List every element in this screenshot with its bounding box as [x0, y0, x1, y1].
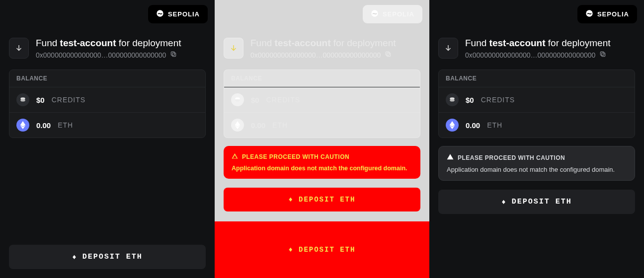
copy-icon[interactable] [599, 51, 606, 60]
credits-value: $0 [251, 96, 259, 104]
eth-glyph-icon: ♦ [501, 198, 506, 206]
eth-value: 0.00 [251, 121, 265, 130]
address-row: 0x000000000000000…000000000000000 [250, 51, 396, 60]
balance-row-credits: $0 CREDITS [224, 87, 420, 113]
credits-icon [16, 93, 29, 106]
credits-unit: CREDITS [266, 96, 300, 104]
deposit-label: DEPOSIT ETH [512, 198, 572, 206]
balance-header: BALANCE [9, 70, 205, 87]
fund-suffix: for deployment [546, 38, 611, 48]
warning-icon [232, 153, 238, 161]
warning-message: Application domain does not match the co… [447, 166, 627, 173]
fund-account: test-account [275, 38, 331, 48]
svg-rect-2 [171, 52, 175, 55]
network-label: SEPOLIA [383, 10, 414, 18]
account-address: 0x000000000000000…000000000000000 [36, 51, 166, 59]
deposit-button[interactable]: ♦ DEPOSIT ETH [438, 190, 635, 214]
deposit-arrow-icon [9, 38, 29, 59]
warning-icon [447, 153, 454, 162]
warning-title: PLEASE PROCEED WITH CAUTION [458, 154, 565, 161]
eth-glyph-icon: ♦ [72, 253, 77, 261]
fund-suffix: for deployment [116, 38, 181, 48]
warning-box: PLEASE PROCEED WITH CAUTION Application … [438, 146, 635, 181]
svg-point-4 [20, 99, 25, 102]
eth-icon [446, 119, 459, 132]
balance-row-eth: 0.00 ETH [439, 113, 635, 138]
network-icon [156, 9, 164, 19]
balance-row-eth: 0.00 ETH [224, 113, 420, 138]
network-badge[interactable]: SEPOLIA [363, 5, 422, 23]
credits-icon [446, 93, 459, 106]
credits-unit: CREDITS [481, 96, 515, 104]
credits-unit: CREDITS [52, 96, 85, 104]
fund-suffix: for deployment [331, 38, 396, 48]
deposit-label: DEPOSIT ETH [299, 246, 355, 254]
deposit-arrow-icon [224, 38, 243, 59]
eth-icon [16, 119, 29, 132]
svg-rect-1 [172, 53, 176, 57]
deposit-label: DEPOSIT ETH [299, 196, 355, 204]
network-badge[interactable]: SEPOLIA [577, 5, 637, 23]
warning-message: Application domain does not match the co… [232, 165, 412, 172]
account-address: 0x000000000000000…000000000000000 [250, 51, 381, 59]
eth-unit: ETH [58, 121, 73, 129]
fund-header: Fund test-account for deployment 0x00000… [438, 38, 635, 60]
deposit-arrow-icon [438, 38, 458, 59]
balance-card: BALANCE $0 CREDITS 0.00 ETH [9, 70, 206, 138]
network-icon [585, 9, 593, 19]
fund-title: Fund test-account for deployment [465, 38, 611, 49]
fund-title: Fund test-account for deployment [250, 38, 396, 49]
eth-value: 0.00 [466, 121, 480, 130]
panel-3: SEPOLIA Fund test-account for deployment… [429, 0, 644, 278]
copy-icon[interactable] [385, 51, 392, 60]
fund-account: test-account [489, 38, 546, 48]
eth-icon [231, 119, 244, 132]
fund-header: Fund test-account for deployment 0x00000… [224, 38, 420, 60]
svg-rect-7 [386, 52, 390, 55]
fund-account: test-account [60, 38, 116, 48]
fund-prefix: Fund [465, 38, 489, 48]
warning-title: PLEASE PROCEED WITH CAUTION [242, 153, 349, 160]
eth-glyph-icon: ♦ [289, 246, 294, 254]
fund-prefix: Fund [250, 38, 275, 48]
warning-box: PLEASE PROCEED WITH CAUTION Application … [224, 146, 420, 179]
balance-row-credits: $0 CREDITS [9, 87, 205, 113]
credits-value: $0 [466, 96, 474, 104]
deposit-label: DEPOSIT ETH [82, 253, 143, 261]
svg-rect-11 [602, 53, 605, 57]
svg-point-9 [235, 99, 240, 102]
panel-2: SEPOLIA Fund test-account for deployment… [215, 0, 429, 278]
balance-header: BALANCE [439, 70, 635, 87]
deposit-button[interactable]: ♦ DEPOSIT ETH [224, 188, 420, 211]
balance-header: BALANCE [224, 70, 420, 87]
svg-rect-6 [387, 53, 391, 57]
address-row: 0x000000000000000…000000000000000 [465, 51, 611, 60]
svg-point-14 [450, 99, 454, 102]
fund-title: Fund test-account for deployment [36, 38, 181, 49]
account-address: 0x000000000000000…000000000000000 [465, 51, 595, 59]
credits-icon [231, 93, 244, 106]
copy-icon[interactable] [170, 51, 177, 60]
deposit-button[interactable]: ♦ DEPOSIT ETH [9, 245, 206, 269]
fund-text: Fund test-account for deployment 0x00000… [36, 38, 181, 60]
balance-card: BALANCE $0 CREDITS 0.00 ETH [438, 70, 635, 138]
eth-unit: ETH [487, 121, 502, 129]
deposit-button-bottom[interactable]: ♦ DEPOSIT ETH [215, 221, 429, 278]
fund-header: Fund test-account for deployment 0x00000… [9, 38, 206, 60]
fund-text: Fund test-account for deployment 0x00000… [250, 38, 396, 60]
balance-row-credits: $0 CREDITS [439, 87, 635, 113]
balance-card: BALANCE $0 CREDITS 0.00 ETH [224, 70, 420, 138]
network-badge[interactable]: SEPOLIA [148, 5, 208, 23]
network-icon [371, 9, 379, 19]
eth-unit: ETH [272, 121, 288, 129]
credits-value: $0 [36, 96, 45, 104]
svg-rect-12 [601, 52, 604, 55]
network-label: SEPOLIA [168, 10, 200, 18]
eth-glyph-icon: ♦ [289, 196, 294, 204]
fund-prefix: Fund [36, 38, 60, 48]
panel-1: SEPOLIA Fund test-account for deployment… [0, 0, 215, 278]
address-row: 0x000000000000000…000000000000000 [36, 51, 181, 60]
network-label: SEPOLIA [597, 10, 629, 18]
warning-header: PLEASE PROCEED WITH CAUTION [232, 153, 412, 161]
balance-row-eth: 0.00 ETH [9, 113, 205, 138]
